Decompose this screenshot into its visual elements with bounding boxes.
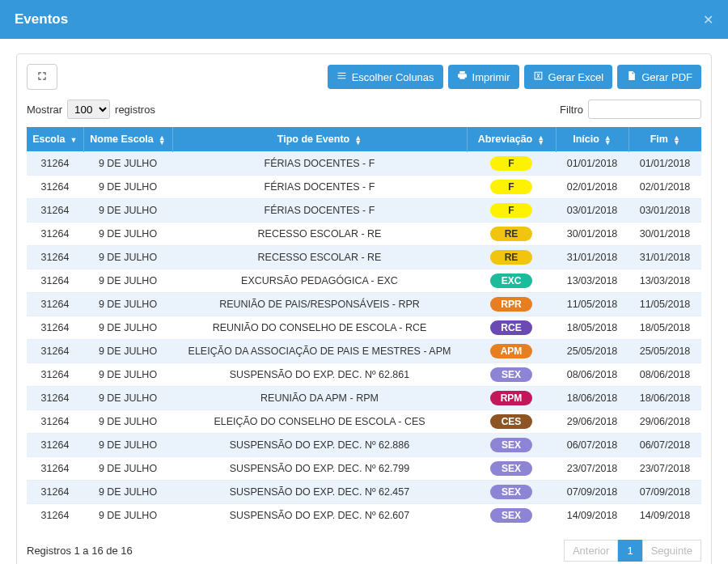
cell-tipo: FÉRIAS DOCENTES - F <box>172 176 467 199</box>
cell-inicio: 13/03/2018 <box>556 269 629 293</box>
cell-fim: 07/09/2018 <box>629 481 701 504</box>
table-row: 312649 DE JULHOELEIÇÃO DO CONSELHO DE ES… <box>27 410 701 434</box>
cell-nome: 9 DE JULHO <box>83 199 172 223</box>
cell-fim: 25/05/2018 <box>629 340 701 363</box>
cell-abrev: SEX <box>467 481 556 504</box>
cell-escola: 31264 <box>27 223 83 246</box>
cell-fim: 14/09/2018 <box>629 504 701 528</box>
sort-icon: ▲▼ <box>159 135 166 145</box>
excel-label: Gerar Excel <box>548 71 604 83</box>
toolbar: Escolher Colunas Imprimir Gerar Excel Ge… <box>27 64 701 90</box>
cell-nome: 9 DE JULHO <box>83 152 172 176</box>
cell-inicio: 08/06/2018 <box>556 363 629 387</box>
sort-icon: ▲▼ <box>537 135 544 145</box>
cell-nome: 9 DE JULHO <box>83 269 172 293</box>
generate-excel-button[interactable]: Gerar Excel <box>524 65 613 89</box>
cell-abrev: RE <box>467 223 556 246</box>
events-modal: Eventos ✕ Escolher Colunas Impr <box>0 0 728 564</box>
abbreviation-badge: CES <box>490 414 532 429</box>
column-header[interactable]: Escola▼ <box>27 127 83 152</box>
column-header[interactable]: Tipo de Evento▲▼ <box>172 127 467 152</box>
page-1-button[interactable]: 1 <box>618 540 641 562</box>
table-footer: Registros 1 a 16 de 16 Anterior 1 Seguin… <box>27 540 701 562</box>
abbreviation-badge: F <box>490 156 532 171</box>
content-panel: Escolher Colunas Imprimir Gerar Excel Ge… <box>16 53 712 564</box>
cell-escola: 31264 <box>27 481 83 504</box>
cell-tipo: REUNIÃO DA APM - RPM <box>172 387 467 410</box>
cell-inicio: 23/07/2018 <box>556 457 629 481</box>
cell-escola: 31264 <box>27 504 83 528</box>
cell-escola: 31264 <box>27 434 83 457</box>
cell-fim: 29/06/2018 <box>629 410 701 434</box>
page-size-select[interactable]: 100 <box>67 100 110 119</box>
choose-columns-button[interactable]: Escolher Colunas <box>328 65 443 89</box>
abbreviation-badge: RE <box>490 227 532 241</box>
cell-tipo: EXCURSÃO PEDAGÓGICA - EXC <box>172 269 467 293</box>
cell-nome: 9 DE JULHO <box>83 246 172 269</box>
column-header[interactable]: Fim▲▼ <box>629 127 701 152</box>
cell-inicio: 07/09/2018 <box>556 481 629 504</box>
prev-page-button[interactable]: Anterior <box>564 540 619 562</box>
table-row: 312649 DE JULHOSUSPENSÃO DO EXP. DEC. Nº… <box>27 481 701 504</box>
table-row: 312649 DE JULHORECESSO ESCOLAR - RERE30/… <box>27 223 701 246</box>
table-controls: Mostrar 100 registros Filtro <box>27 100 701 119</box>
next-page-button[interactable]: Seguinte <box>642 540 701 562</box>
cell-inicio: 03/01/2018 <box>556 199 629 223</box>
cell-fim: 23/07/2018 <box>629 457 701 481</box>
generate-pdf-button[interactable]: Gerar PDF <box>617 65 701 89</box>
cell-nome: 9 DE JULHO <box>83 223 172 246</box>
cell-inicio: 11/05/2018 <box>556 293 629 316</box>
column-header-label: Abreviação <box>478 134 532 145</box>
cell-tipo: ELEIÇÃO DA ASSOCIAÇÃO DE PAIS E MESTRES … <box>172 340 467 363</box>
sort-icon: ▲▼ <box>354 135 362 145</box>
print-label: Imprimir <box>472 71 510 83</box>
cell-escola: 31264 <box>27 199 83 223</box>
list-icon <box>336 70 347 83</box>
column-header[interactable]: Abreviação▲▼ <box>467 127 556 152</box>
cell-abrev: RPM <box>467 387 556 410</box>
cell-tipo: FÉRIAS DOCENTES - F <box>172 199 467 223</box>
cell-inicio: 25/05/2018 <box>556 340 629 363</box>
column-header[interactable]: Nome Escola▲▼ <box>83 127 172 152</box>
cell-tipo: FÉRIAS DOCENTES - F <box>172 152 467 176</box>
cell-nome: 9 DE JULHO <box>83 363 172 387</box>
cell-fim: 11/05/2018 <box>629 293 701 316</box>
cell-escola: 31264 <box>27 176 83 199</box>
table-row: 312649 DE JULHOEXCURSÃO PEDAGÓGICA - EXC… <box>27 269 701 293</box>
cell-escola: 31264 <box>27 340 83 363</box>
cell-inicio: 02/01/2018 <box>556 176 629 199</box>
cell-fim: 08/06/2018 <box>629 363 701 387</box>
pdf-label: Gerar PDF <box>641 71 692 83</box>
cell-nome: 9 DE JULHO <box>83 481 172 504</box>
cell-nome: 9 DE JULHO <box>83 340 172 363</box>
print-button[interactable]: Imprimir <box>448 65 519 89</box>
column-header-label: Tipo de Evento <box>277 134 349 145</box>
cell-fim: 18/05/2018 <box>629 316 701 340</box>
cell-abrev: SEX <box>467 363 556 387</box>
cell-abrev: RCE <box>467 316 556 340</box>
cell-tipo: ELEIÇÃO DO CONSELHO DE ESCOLA - CES <box>172 410 467 434</box>
cell-inicio: 01/01/2018 <box>556 152 629 176</box>
cell-escola: 31264 <box>27 387 83 410</box>
records-info: Registros 1 a 16 de 16 <box>27 545 133 557</box>
cell-abrev: RE <box>467 246 556 269</box>
cell-escola: 31264 <box>27 152 83 176</box>
column-header[interactable]: Início▲▼ <box>556 127 629 152</box>
cell-fim: 31/01/2018 <box>629 246 701 269</box>
pagination: Anterior 1 Seguinte <box>564 540 701 562</box>
print-icon <box>457 70 468 83</box>
excel-icon <box>533 70 544 83</box>
close-icon[interactable]: ✕ <box>703 12 713 28</box>
cell-fim: 01/01/2018 <box>629 152 701 176</box>
abbreviation-badge: APM <box>490 344 532 358</box>
filter-input[interactable] <box>588 100 701 119</box>
abbreviation-badge: F <box>490 203 532 218</box>
cell-nome: 9 DE JULHO <box>83 457 172 481</box>
column-header-label: Início <box>573 134 599 145</box>
cell-fim: 02/01/2018 <box>629 176 701 199</box>
abbreviation-badge: RPM <box>490 391 532 405</box>
cell-inicio: 30/01/2018 <box>556 223 629 246</box>
show-label: Mostrar <box>27 104 62 116</box>
table-row: 312649 DE JULHOREUNIÃO DO CONSELHO DE ES… <box>27 316 701 340</box>
expand-button[interactable] <box>27 64 57 90</box>
